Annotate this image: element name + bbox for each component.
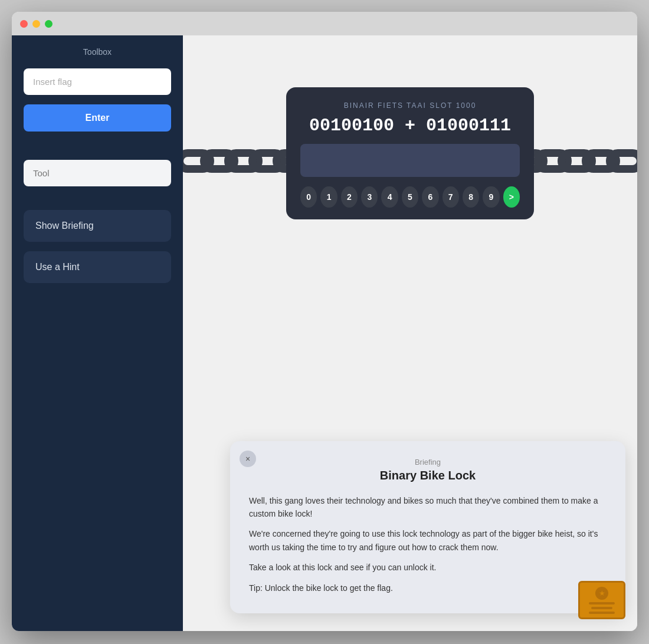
minimize-dot[interactable] <box>32 20 40 28</box>
flag-input[interactable] <box>24 68 171 95</box>
briefing-tip: Tip: Unlock the bike lock to get the fla… <box>249 581 607 594</box>
maximize-dot[interactable] <box>45 20 53 28</box>
key-7[interactable]: 7 <box>442 186 459 208</box>
briefing-close-button[interactable]: × <box>240 451 256 467</box>
briefing-panel: × Briefing Binary Bike Lock Well, this g… <box>230 441 625 613</box>
cert-star-icon: ★ <box>595 587 608 600</box>
key-6[interactable]: 6 <box>422 186 438 208</box>
titlebar <box>12 12 637 35</box>
use-hint-button[interactable]: Use a Hint <box>24 251 171 283</box>
lock-device: BINAIR FIETS TAAI SLOT 1000 00100100 + 0… <box>286 87 534 219</box>
briefing-title: Binary Bike Lock <box>249 469 607 482</box>
enter-button[interactable]: Enter <box>24 104 171 132</box>
key-1[interactable]: 1 <box>320 186 337 208</box>
lock-display <box>300 144 520 177</box>
key-2[interactable]: 2 <box>341 186 358 208</box>
key-submit[interactable]: > <box>503 186 520 208</box>
sidebar: Toolbox Enter Show Briefing Use a Hint <box>12 35 183 631</box>
briefing-subtitle: Briefing <box>249 458 607 466</box>
main-layout: Toolbox Enter Show Briefing Use a Hint <box>12 35 637 631</box>
briefing-paragraph-3: Take a look at this lock and see if you … <box>249 561 607 574</box>
chain-link <box>606 149 637 173</box>
briefing-paragraph-1: Well, this gang loves their technology a… <box>249 494 607 521</box>
tool-input[interactable] <box>24 160 171 186</box>
key-8[interactable]: 8 <box>463 186 479 208</box>
lock-keypad: 0 1 2 3 4 5 6 7 8 9 > <box>300 186 520 208</box>
certificate-badge: ★ <box>578 581 625 619</box>
cert-line-3 <box>589 612 615 614</box>
key-0[interactable]: 0 <box>300 186 317 208</box>
close-dot[interactable] <box>20 20 28 28</box>
lock-equation: 00100100 + 01000111 <box>300 116 520 136</box>
content-area: BINAIR FIETS TAAI SLOT 1000 00100100 + 0… <box>183 35 637 631</box>
cert-body: ★ <box>578 581 625 619</box>
lock-title: BINAIR FIETS TAAI SLOT 1000 <box>300 101 520 110</box>
key-4[interactable]: 4 <box>381 186 398 208</box>
cert-line-2 <box>591 607 612 609</box>
key-9[interactable]: 9 <box>483 186 499 208</box>
show-briefing-button[interactable]: Show Briefing <box>24 210 171 242</box>
toolbox-title: Toolbox <box>24 47 171 57</box>
key-3[interactable]: 3 <box>361 186 378 208</box>
cert-line-1 <box>589 602 615 604</box>
app-window: Toolbox Enter Show Briefing Use a Hint <box>12 12 637 631</box>
briefing-paragraph-2: We're concerned they're going to use thi… <box>249 527 607 554</box>
key-5[interactable]: 5 <box>402 186 418 208</box>
